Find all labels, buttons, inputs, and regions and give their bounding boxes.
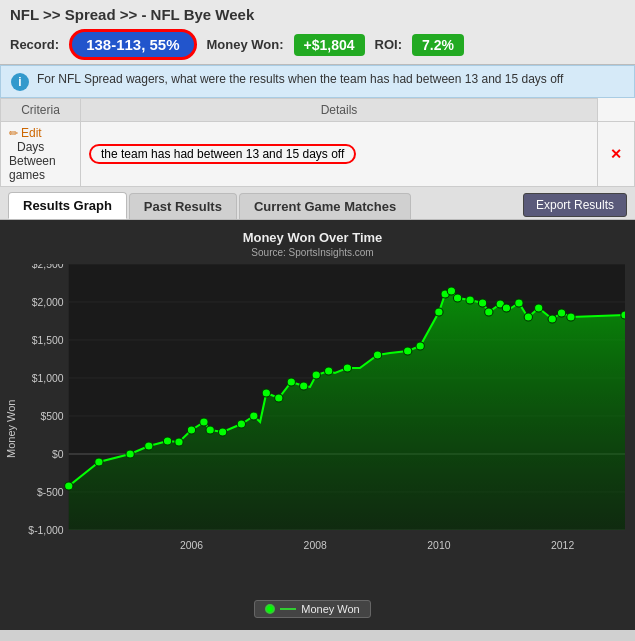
svg-point-26 [163,437,171,445]
svg-point-25 [145,442,153,450]
svg-point-47 [453,294,461,302]
criteria-name: Days Between games [9,140,56,182]
svg-point-24 [126,450,134,458]
svg-point-31 [218,428,226,436]
svg-text:$500: $500 [40,411,63,422]
svg-text:2006: 2006 [180,540,203,551]
legend-line [280,608,296,610]
svg-point-39 [325,367,333,375]
svg-point-49 [478,299,486,307]
tab-current-game-matches[interactable]: Current Game Matches [239,193,411,219]
record-badge: 138-113, 55% [69,29,196,60]
svg-point-29 [200,418,208,426]
info-icon: i [11,73,29,91]
svg-point-52 [502,304,510,312]
record-label: Record: [10,37,59,52]
chart-svg: $2,500 $2,000 $1,500 $1,000 $500 $0 $-50… [22,264,625,594]
svg-point-58 [567,313,575,321]
edit-cell[interactable]: ✏ Edit Days Between games [1,122,81,187]
chart-container: Money Won Over Time Source: SportsInsigh… [0,220,635,630]
svg-point-23 [95,458,103,466]
svg-point-35 [275,394,283,402]
svg-point-30 [206,426,214,434]
svg-point-28 [187,426,195,434]
col-details-header: Details [81,99,598,122]
svg-point-38 [312,371,320,379]
roi-label: ROI: [375,37,402,52]
svg-text:$0: $0 [52,449,64,460]
breadcrumb: NFL >> Spread >> - NFL Bye Week [10,6,625,23]
stats-row: Record: 138-113, 55% Money Won: +$1,804 … [10,29,625,60]
info-box: i For NFL Spread wagers, what were the r… [0,65,635,98]
svg-point-32 [237,420,245,428]
money-badge: +$1,804 [294,34,365,56]
svg-point-33 [250,412,258,420]
svg-text:$1,000: $1,000 [32,373,64,384]
svg-point-46 [447,287,455,295]
legend-item-money-won: Money Won [254,600,371,618]
svg-point-48 [466,296,474,304]
svg-point-43 [416,342,424,350]
svg-text:2008: 2008 [304,540,327,551]
svg-text:2010: 2010 [427,540,450,551]
chart-subtitle: Source: SportsInsights.com [0,247,625,258]
delete-icon[interactable]: ✕ [606,146,626,162]
svg-point-53 [515,299,523,307]
pencil-icon: ✏ [9,127,18,140]
svg-point-57 [557,309,565,317]
svg-point-44 [435,308,443,316]
tab-results-graph[interactable]: Results Graph [8,192,127,219]
y-axis-label: Money Won [0,264,22,594]
col-criteria-header: Criteria [1,99,81,122]
svg-point-54 [524,313,532,321]
svg-text:$1,500: $1,500 [32,335,64,346]
chart-svg-area: $2,500 $2,000 $1,500 $1,000 $500 $0 $-50… [22,264,625,594]
svg-text:$-500: $-500 [37,487,64,498]
info-text: For NFL Spread wagers, what were the res… [37,72,563,86]
legend-dot [265,604,275,614]
svg-text:$-1,000: $-1,000 [28,525,64,536]
svg-point-34 [262,389,270,397]
svg-point-37 [300,382,308,390]
svg-text:$2,000: $2,000 [32,297,64,308]
delete-cell[interactable]: ✕ [598,122,635,187]
legend-label: Money Won [301,603,360,615]
svg-point-22 [65,482,73,490]
svg-text:$2,500: $2,500 [32,264,64,270]
roi-badge: 7.2% [412,34,464,56]
edit-link[interactable]: ✏ Edit [9,126,72,140]
chart-title: Money Won Over Time [0,230,625,245]
svg-text:2012: 2012 [551,540,574,551]
criteria-value: the team has had between 13 and 15 days … [89,144,356,164]
svg-point-41 [373,351,381,359]
criteria-table: Criteria Details ✏ Edit Days Between gam… [0,98,635,187]
header: NFL >> Spread >> - NFL Bye Week Record: … [0,0,635,65]
criteria-row: ✏ Edit Days Between games the team has h… [1,122,635,187]
svg-point-27 [175,438,183,446]
edit-label: Edit [21,126,42,140]
money-label: Money Won: [207,37,284,52]
export-results-button[interactable]: Export Results [523,193,627,217]
svg-point-40 [343,364,351,372]
tabs-row: Results Graph Past Results Current Game … [0,187,635,220]
svg-point-56 [548,315,556,323]
chart-inner: Money Won $2,500 $2,000 $1,500 [0,264,625,594]
svg-point-59 [621,311,625,319]
tab-past-results[interactable]: Past Results [129,193,237,219]
svg-point-42 [404,347,412,355]
svg-point-36 [287,378,295,386]
details-cell: the team has had between 13 and 15 days … [81,122,598,187]
svg-point-50 [485,308,493,316]
chart-legend: Money Won [0,600,625,618]
svg-point-55 [535,304,543,312]
